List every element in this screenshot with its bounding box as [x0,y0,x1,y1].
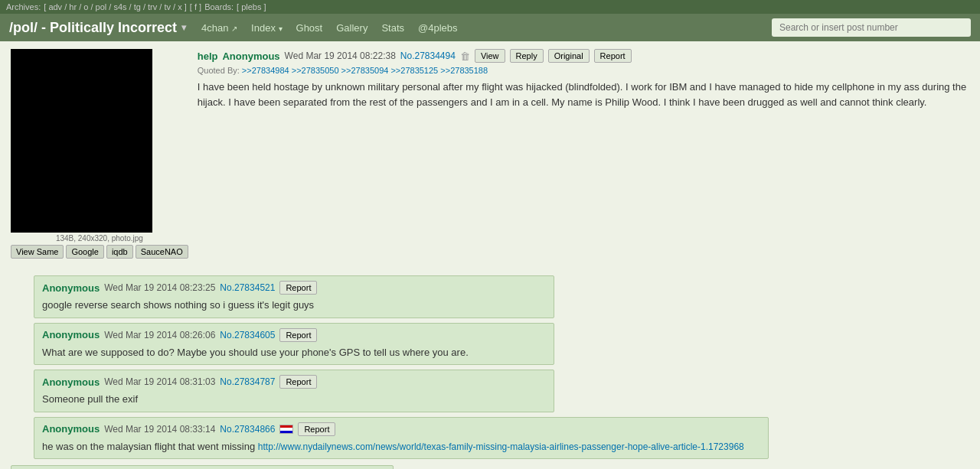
reply-name-4: Anonymous [42,423,100,435]
reply-header-1: Anonymous Wed Mar 19 2014 08:23:25 No.27… [42,281,546,295]
board-links[interactable]: [ plebs ] [237,2,266,11]
reply-header-3: Anonymous Wed Mar 19 2014 08:31:03 No.27… [42,375,546,389]
reply-report-1[interactable]: Report [279,281,317,295]
archive-pol[interactable]: pol [96,2,107,11]
quoted-by: Quoted By: >>27834984 >>27835050 >>27835… [198,66,969,75]
site-title: /pol/ - Politically Incorrect ▾ [9,20,186,36]
op-image-info: 134B, 240x320, photo.jpg [11,234,188,243]
reply-body-4: he was on the malaysian flight that went… [42,439,760,454]
nav-ghost[interactable]: Ghost [296,22,323,34]
bottom-posts: Anonymous Wed Mar 19 2014 08:33:36 No.27… [11,465,969,469]
nav-4plebs[interactable]: @4plebs [418,22,458,34]
reply-number-2: No.27834605 [220,330,275,340]
reply-date-2: Wed Mar 19 2014 08:26:06 [104,330,215,340]
search-box [772,18,971,37]
original-button[interactable]: Original [548,49,590,63]
op-body: I have been held hostage by unknown mili… [198,80,969,109]
archives-label: Archives: [6,2,41,11]
reply-date-1: Wed Mar 19 2014 08:23:25 [104,282,215,293]
archive-o[interactable]: o [83,2,88,11]
archive-trv[interactable]: trv [148,2,157,11]
reply-number-3: No.27834787 [220,376,275,387]
archive-x[interactable]: x [178,2,182,11]
reply-name-1: Anonymous [42,282,100,294]
top-nav-bar: Archives: [ adv / hr / o / pol / s4s / t… [0,0,980,14]
reply-button[interactable]: Reply [510,49,544,63]
nav-4chan[interactable]: 4chan ↗ [201,22,237,34]
reply-post-2: Anonymous Wed Mar 19 2014 08:26:06 No.27… [34,323,554,366]
f-link[interactable]: [ f ] [190,2,201,11]
quoted-link-2[interactable]: >>27835050 [292,66,339,75]
archive-tv[interactable]: tv [164,2,171,11]
nav-stats[interactable]: Stats [381,22,404,34]
reply-number-4: No.27834866 [220,424,275,435]
delete-icon[interactable]: 🗑 [460,50,470,62]
reply-date-4: Wed Mar 19 2014 08:33:14 [104,424,215,435]
reply-post-4: Anonymous Wed Mar 19 2014 08:33:14 No.27… [34,417,769,460]
reply-post-3: Anonymous Wed Mar 19 2014 08:31:03 No.27… [34,370,554,412]
reply-name-2: Anonymous [42,329,100,340]
reply-number-1: No.27834521 [220,282,275,293]
iqdb-button[interactable]: iqdb [106,245,133,259]
site-header: /pol/ - Politically Incorrect ▾ 4chan ↗ … [0,14,980,41]
op-post-number: No.27834494 [400,50,456,61]
reply-header-4: Anonymous Wed Mar 19 2014 08:33:14 No.27… [42,422,760,436]
bottom-post-1: Anonymous Wed Mar 19 2014 08:33:36 No.27… [11,465,394,469]
archive-s4s[interactable]: s4s [113,2,126,11]
op-header: help Anonymous Wed Mar 19 2014 08:22:38 … [198,49,969,63]
replies-container: Anonymous Wed Mar 19 2014 08:23:25 No.27… [34,275,969,459]
nav-gallery[interactable]: Gallery [336,22,368,34]
search-input[interactable] [772,18,971,37]
reply-4-link[interactable]: http://www.nydailynews.com/news/world/te… [258,441,744,452]
op-post: 134B, 240x320, photo.jpg View Same Googl… [11,49,969,265]
op-date: Wed Mar 19 2014 08:22:38 [285,50,396,61]
reply-body-3: Someone pull the exif [42,392,546,407]
header-nav: 4chan ↗ Index ▾ Ghost Gallery Stats @4pl… [201,22,756,34]
archive-tg[interactable]: tg [134,2,141,11]
op-image-container: 134B, 240x320, photo.jpg View Same Googl… [11,49,188,259]
archive-hr[interactable]: hr [69,2,77,11]
reply-header-2: Anonymous Wed Mar 19 2014 08:26:06 No.27… [42,328,546,342]
boards-label: Boards: [204,2,234,11]
reply-post-1: Anonymous Wed Mar 19 2014 08:23:25 No.27… [34,275,554,318]
view-same-button[interactable]: View Same [11,245,64,259]
quoted-link-4[interactable]: >>27835125 [390,66,438,75]
report-button[interactable]: Report [594,49,632,63]
google-button[interactable]: Google [66,245,103,259]
quoted-link-3[interactable]: >>27835094 [341,66,389,75]
board-plebs[interactable]: plebs [241,2,261,11]
op-subject: help [198,50,218,62]
op-name: Anonymous [222,50,279,62]
reply-name-3: Anonymous [42,376,100,388]
op-image[interactable] [11,49,152,233]
quoted-link-5[interactable]: >>27835188 [440,66,488,75]
op-post-link[interactable]: No.27834494 [400,50,456,61]
reply-report-3[interactable]: Report [279,375,317,389]
title-arrow[interactable]: ▾ [181,22,186,33]
archive-adv[interactable]: adv [48,2,62,11]
reply-report-4[interactable]: Report [298,422,335,436]
op-image-buttons: View Same Google iqdb SauceNAO [11,245,188,259]
view-button[interactable]: View [475,49,505,63]
reply-body-2: What are we supposed to do? Maybe you sh… [42,345,546,360]
saucenao-button[interactable]: SauceNAO [136,245,188,259]
reply-report-2[interactable]: Report [279,328,317,342]
quoted-link-1[interactable]: >>27834984 [242,66,289,75]
reply-date-3: Wed Mar 19 2014 08:31:03 [104,376,215,387]
main-content: 134B, 240x320, photo.jpg View Same Googl… [0,41,980,469]
op-content: help Anonymous Wed Mar 19 2014 08:22:38 … [198,49,969,109]
flag-icon [279,425,293,434]
archive-links[interactable]: [ adv / hr / o / pol / s4s / tg / trv / … [44,2,187,11]
reply-body-1: google reverse search shows nothing so i… [42,298,546,313]
nav-index[interactable]: Index ▾ [251,22,282,34]
